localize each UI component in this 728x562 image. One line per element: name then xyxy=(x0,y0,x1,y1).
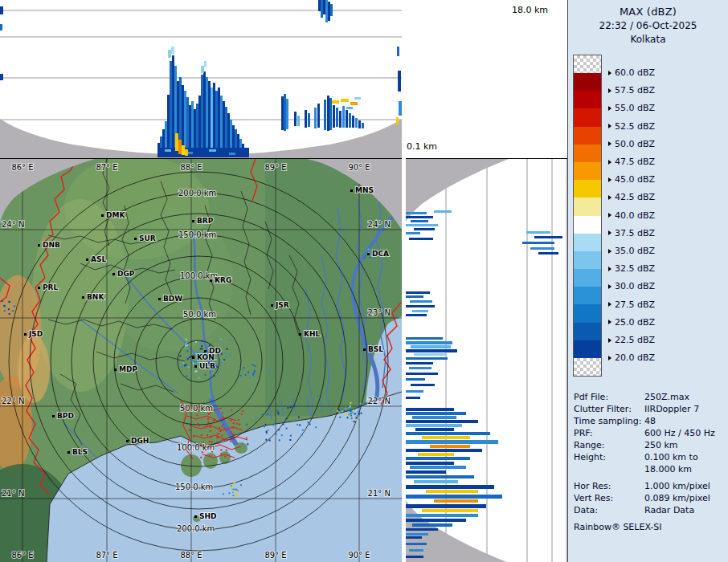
echo-speck xyxy=(187,358,189,360)
scale-band xyxy=(574,145,601,162)
echo-speck xyxy=(215,359,217,360)
echo-speck xyxy=(238,419,239,421)
scale-band xyxy=(574,216,601,234)
echo-speck xyxy=(220,450,222,451)
info-row: Height:0.100 km to xyxy=(574,451,726,463)
map-label: 24° N xyxy=(2,220,24,229)
echo-speck xyxy=(252,374,254,376)
echo-speck xyxy=(14,305,15,307)
scale-band xyxy=(574,108,601,126)
map-label: 21° N xyxy=(2,489,24,498)
city-dot xyxy=(126,440,129,442)
scale-label: 27.5 dBZ xyxy=(608,299,655,310)
echo-bar xyxy=(201,75,203,157)
echo-speck xyxy=(232,493,234,495)
echo-speck xyxy=(356,414,358,416)
map-label: BRP xyxy=(197,217,214,225)
echo-bar xyxy=(406,412,466,415)
echo-bar xyxy=(406,378,425,381)
info-row: PRF:600 Hz / 450 Hz xyxy=(574,427,726,439)
city-dot xyxy=(158,298,161,300)
tick-arrow-icon xyxy=(608,177,611,182)
info-row: Clutter Filter:IIRDoppler 7 xyxy=(574,403,726,415)
scale-label: 60.0 dBZ xyxy=(608,67,655,78)
echo-bar xyxy=(294,112,297,126)
map-label: BSL xyxy=(368,345,383,353)
echo-speck xyxy=(276,410,278,412)
echo-bar xyxy=(305,110,307,128)
echo-bar xyxy=(406,528,438,531)
echo-bar xyxy=(406,457,470,460)
map-label: 22° N xyxy=(2,397,24,405)
echo-bar xyxy=(406,337,443,340)
echo-speck xyxy=(186,376,188,377)
echo-bar xyxy=(203,71,206,157)
echo-speck xyxy=(219,362,221,364)
echo-bar xyxy=(406,305,435,307)
echo-bar xyxy=(414,228,435,230)
echo-speck xyxy=(222,417,223,418)
echo-speck xyxy=(221,426,223,427)
echo-speck xyxy=(4,310,6,312)
echo-speck xyxy=(196,414,198,416)
city-dot xyxy=(67,451,70,454)
echo-speck xyxy=(4,306,6,307)
echo-speck xyxy=(356,412,358,413)
echo-speck xyxy=(286,428,288,430)
echo-bar xyxy=(325,0,328,22)
echo-speck xyxy=(339,412,341,413)
echo-speck xyxy=(281,434,283,436)
echo-speck xyxy=(239,375,241,377)
echo-speck xyxy=(189,430,190,431)
echo-bar xyxy=(229,153,235,155)
echo-bar xyxy=(168,50,171,58)
info-row: Hor Res:1.000 km/pixel xyxy=(574,480,726,492)
echo-speck xyxy=(233,434,235,436)
echo-speck xyxy=(373,260,374,262)
tick-arrow-icon xyxy=(608,141,611,146)
echo-speck xyxy=(360,259,362,260)
echo-speck xyxy=(240,484,242,486)
scale-overflow-low xyxy=(574,358,601,376)
city-dot xyxy=(86,259,88,261)
echo-speck xyxy=(222,435,223,437)
echo-bar xyxy=(297,116,300,126)
city-dot xyxy=(24,333,27,336)
echo-bar xyxy=(422,509,478,512)
echo-speck xyxy=(233,489,235,491)
ns-projection-panel[interactable] xyxy=(406,158,567,562)
product-info: Pdf File:250Z.maxClutter Filter:IIRDoppl… xyxy=(574,391,726,533)
echo-speck xyxy=(232,491,234,492)
echo-speck xyxy=(230,431,231,433)
echo-speck xyxy=(181,366,182,368)
echo-speck xyxy=(286,417,288,419)
echo-bar xyxy=(324,100,326,130)
info-row: Pdf File:250Z.max xyxy=(574,391,726,403)
echo-speck xyxy=(269,369,271,371)
echo-bar xyxy=(406,420,478,423)
echo-speck xyxy=(350,417,351,419)
radar-map-panel[interactable]: 86° E86° E87° E87° E88° E88° E89° E89° E… xyxy=(0,158,402,562)
tick-arrow-icon xyxy=(608,338,611,343)
echo-speck xyxy=(364,257,366,259)
map-label: 22° N xyxy=(368,397,391,405)
scale-band xyxy=(574,323,601,340)
scale-band xyxy=(574,340,601,358)
map-label: 90° E xyxy=(348,551,370,560)
echo-bar xyxy=(530,247,554,250)
echo-bar xyxy=(411,220,428,222)
echo-speck xyxy=(201,348,202,349)
scale-band xyxy=(574,91,601,108)
echo-bar xyxy=(346,107,353,109)
echo-bar xyxy=(522,242,554,244)
echo-bar xyxy=(412,523,452,527)
echo-speck xyxy=(347,417,349,418)
echo-bar xyxy=(178,140,182,154)
echo-speck xyxy=(185,345,186,347)
tick-arrow-icon xyxy=(608,302,611,307)
map-label: BPD xyxy=(57,412,74,420)
echo-bar xyxy=(362,123,364,128)
echo-speck xyxy=(339,417,341,418)
echo-speck xyxy=(249,377,251,378)
ew-projection-panel[interactable] xyxy=(0,0,402,158)
